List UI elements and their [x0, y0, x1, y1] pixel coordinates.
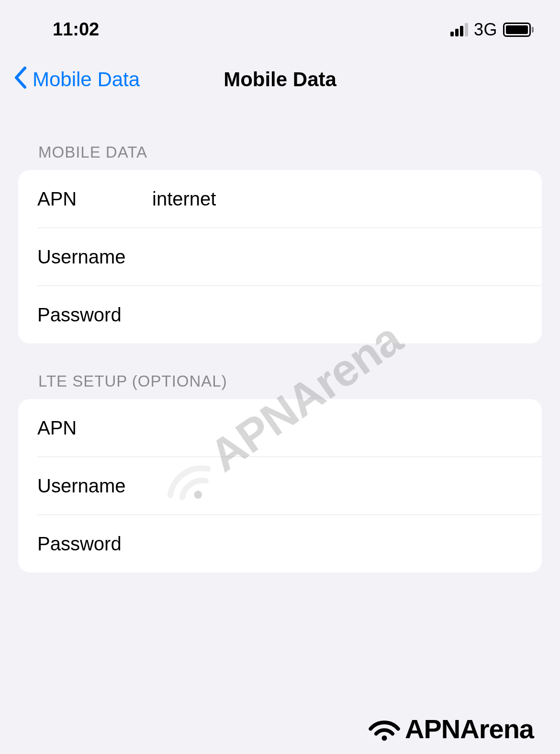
row-mobile-data-password[interactable]: Password [18, 286, 542, 343]
battery-icon [503, 23, 534, 37]
svg-point-1 [382, 735, 387, 741]
input-lte-username[interactable] [152, 475, 523, 497]
navigation-bar: Mobile Data Mobile Data [0, 52, 560, 117]
input-lte-password[interactable] [152, 533, 523, 555]
group-lte-setup: APN Username Password [18, 399, 542, 572]
label-lte-password: Password [37, 533, 152, 555]
network-type: 3G [474, 20, 497, 40]
brand-logo: APNArena [368, 713, 534, 744]
content: MOBILE DATA APN Username Password LTE SE… [0, 117, 560, 572]
status-time: 11:02 [53, 19, 99, 40]
row-lte-username[interactable]: Username [18, 457, 542, 514]
back-button[interactable]: Mobile Data [13, 66, 140, 93]
row-lte-password[interactable]: Password [18, 515, 542, 572]
brand-text: APNArena [405, 713, 534, 744]
row-lte-apn[interactable]: APN [18, 399, 542, 457]
status-right: 3G [450, 20, 534, 40]
label-lte-username: Username [37, 475, 152, 497]
section-header-lte-setup: LTE SETUP (OPTIONAL) [18, 343, 542, 399]
row-mobile-data-username[interactable]: Username [18, 228, 542, 286]
page-title: Mobile Data [224, 68, 336, 91]
input-mobile-data-username[interactable] [152, 246, 523, 268]
label-password: Password [37, 304, 152, 326]
label-lte-apn: APN [37, 417, 152, 439]
label-apn: APN [37, 188, 152, 210]
input-lte-apn[interactable] [152, 417, 523, 439]
section-header-mobile-data: MOBILE DATA [18, 117, 542, 170]
input-mobile-data-password[interactable] [152, 304, 523, 326]
row-mobile-data-apn[interactable]: APN [18, 170, 542, 228]
input-mobile-data-apn[interactable] [152, 188, 523, 210]
wifi-icon [368, 716, 401, 742]
signal-icon [450, 23, 468, 36]
label-username: Username [37, 246, 152, 268]
group-mobile-data: APN Username Password [18, 170, 542, 343]
back-label: Mobile Data [33, 68, 140, 91]
chevron-left-icon [13, 66, 28, 93]
status-bar: 11:02 3G [0, 0, 560, 52]
